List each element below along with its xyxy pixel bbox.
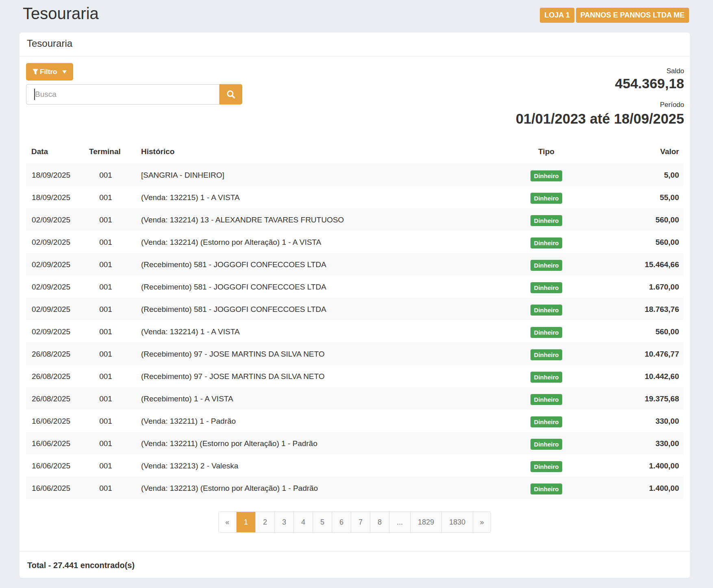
- search-button[interactable]: [220, 84, 242, 105]
- cell-terminal: 001: [84, 163, 128, 186]
- column-header-data: Data: [26, 143, 84, 163]
- pagination-item: »: [473, 512, 491, 532]
- cell-data: 02/09/2025: [26, 231, 84, 253]
- cell-tipo: Dinheiro: [504, 298, 589, 320]
- pagination-page-6[interactable]: 6: [332, 512, 351, 532]
- cell-historico: (Venda: 132211) 1 - Padrão: [128, 409, 504, 432]
- cell-data: 26/08/2025: [26, 342, 84, 365]
- table-row: 16/06/2025 001 (Venda: 132211) 1 - Padrã…: [26, 409, 683, 432]
- cell-historico: (Venda: 132215) 1 - A VISTA: [128, 186, 504, 208]
- cell-tipo: Dinheiro: [504, 432, 589, 454]
- cell-historico: (Venda: 132211) (Estorno por Alteração) …: [128, 432, 504, 454]
- column-header-tipo: Tipo: [504, 143, 589, 163]
- column-header-valor: Valor: [589, 143, 683, 163]
- cell-tipo: Dinheiro: [504, 186, 589, 208]
- cell-data: 02/09/2025: [26, 208, 84, 231]
- cell-terminal: 001: [84, 409, 128, 432]
- cell-historico: (Venda: 132213) 2 - Valeska: [128, 454, 504, 477]
- card-header: Tesouraria: [20, 33, 690, 57]
- pagination-page-8[interactable]: 8: [370, 512, 389, 532]
- table-row: 16/06/2025 001 (Venda: 132211) (Estorno …: [26, 432, 683, 454]
- pagination-item: 2: [255, 512, 274, 532]
- cell-historico: (Venda: 132214) 13 - ALEXANDRE TAVARES F…: [128, 208, 504, 231]
- type-badge: Dinheiro: [530, 305, 563, 316]
- type-badge: Dinheiro: [530, 416, 563, 427]
- card-body: Filtro Saldo 454.369,18 Período 01/01/20…: [20, 57, 690, 551]
- cell-tipo: Dinheiro: [504, 342, 589, 365]
- cell-terminal: 001: [84, 186, 128, 208]
- cell-valor: 560,00: [589, 320, 683, 342]
- table-row: 16/06/2025 001 (Venda: 132213) (Estorno …: [26, 477, 683, 499]
- cell-tipo: Dinheiro: [504, 231, 589, 253]
- filter-button[interactable]: Filtro: [26, 63, 73, 81]
- cell-valor: 560,00: [589, 231, 683, 253]
- cell-data: 26/08/2025: [26, 387, 84, 409]
- type-badge: Dinheiro: [530, 394, 563, 405]
- type-badge: Dinheiro: [530, 193, 563, 204]
- caret-down-icon: [62, 70, 67, 74]
- cell-valor: 330,00: [589, 409, 683, 432]
- type-badge: Dinheiro: [530, 439, 563, 450]
- table-head: Data Terminal Histórico Tipo Valor: [26, 143, 683, 163]
- pagination-next[interactable]: »: [473, 512, 491, 532]
- cell-historico: (Venda: 132214) 1 - A VISTA: [128, 320, 504, 342]
- cell-data: 16/06/2025: [26, 432, 84, 454]
- cell-tipo: Dinheiro: [504, 409, 589, 432]
- table-body: 18/09/2025 001 [SANGRIA - DINHEIRO] Dinh…: [26, 163, 683, 499]
- table-row: 18/09/2025 001 [SANGRIA - DINHEIRO] Dinh…: [26, 163, 683, 186]
- text-cursor: [34, 89, 35, 100]
- table-row: 16/06/2025 001 (Venda: 132213) 2 - Vales…: [26, 454, 683, 477]
- pagination-page-3[interactable]: 3: [275, 512, 293, 532]
- pagination-page-2[interactable]: 2: [256, 512, 274, 532]
- cell-terminal: 001: [84, 432, 128, 454]
- store-button[interactable]: LOJA 1: [540, 8, 574, 23]
- pagination-ellipsis: ...: [389, 512, 410, 532]
- pagination-page-7[interactable]: 7: [351, 512, 370, 532]
- column-header-terminal: Terminal: [84, 143, 128, 163]
- cell-data: 16/06/2025: [26, 477, 84, 499]
- table-row: 02/09/2025 001 (Recebimento) 581 - JOGGO…: [26, 275, 683, 298]
- cell-valor: 10.476,77: [589, 342, 683, 365]
- pagination-page-1[interactable]: 1: [237, 512, 255, 532]
- saldo-value: 454.369,18: [516, 76, 684, 91]
- cell-valor: 18.763,76: [589, 298, 683, 320]
- cell-data: 26/08/2025: [26, 365, 84, 387]
- periodo-value: 01/01/2023 até 18/09/2025: [516, 110, 684, 128]
- pagination-page-1829[interactable]: 1829: [411, 512, 441, 532]
- company-button[interactable]: PANNOS E PANNOS LTDA ME: [576, 8, 689, 23]
- cell-terminal: 001: [84, 387, 128, 409]
- cell-terminal: 001: [84, 231, 128, 253]
- pagination-item: 6: [332, 512, 351, 532]
- pagination-item: 7: [351, 512, 370, 532]
- cell-data: 02/09/2025: [26, 275, 84, 298]
- type-badge: Dinheiro: [530, 461, 563, 472]
- pagination-page-5[interactable]: 5: [313, 512, 332, 532]
- cell-terminal: 001: [84, 208, 128, 231]
- table-row: 02/09/2025 001 (Recebimento) 581 - JOGGO…: [26, 253, 683, 275]
- pagination-page-1830[interactable]: 1830: [442, 512, 473, 532]
- type-badge: Dinheiro: [530, 260, 563, 271]
- card-title: Tesouraria: [27, 38, 72, 49]
- cell-tipo: Dinheiro: [504, 365, 589, 387]
- pagination-prev[interactable]: «: [219, 512, 236, 532]
- cell-valor: 1.400,00: [589, 454, 683, 477]
- total-count: Total - 27.441 encontrado(s): [27, 561, 135, 570]
- table-row: 02/09/2025 001 (Recebimento) 581 - JOGGO…: [26, 298, 683, 320]
- table-row: 26/08/2025 001 (Recebimento) 1 - A VISTA…: [26, 387, 683, 409]
- table-row: 02/09/2025 001 (Venda: 132214) 1 - A VIS…: [26, 320, 683, 342]
- pagination-item: 1829: [410, 512, 441, 532]
- type-badge: Dinheiro: [530, 483, 563, 494]
- page-title: Tesouraria: [23, 4, 99, 23]
- cell-tipo: Dinheiro: [504, 253, 589, 275]
- filter-button-label: Filtro: [40, 68, 57, 76]
- search-input[interactable]: [26, 84, 220, 105]
- pagination-page-4[interactable]: 4: [294, 512, 313, 532]
- type-badge: Dinheiro: [530, 327, 563, 338]
- cell-tipo: Dinheiro: [504, 320, 589, 342]
- cell-terminal: 001: [84, 342, 128, 365]
- cell-data: 02/09/2025: [26, 253, 84, 275]
- pagination-item: ...: [389, 512, 410, 532]
- type-badge: Dinheiro: [530, 282, 563, 293]
- cell-tipo: Dinheiro: [504, 387, 589, 409]
- cell-historico: (Recebimento) 581 - JOGGOFI CONFECCOES L…: [128, 253, 504, 275]
